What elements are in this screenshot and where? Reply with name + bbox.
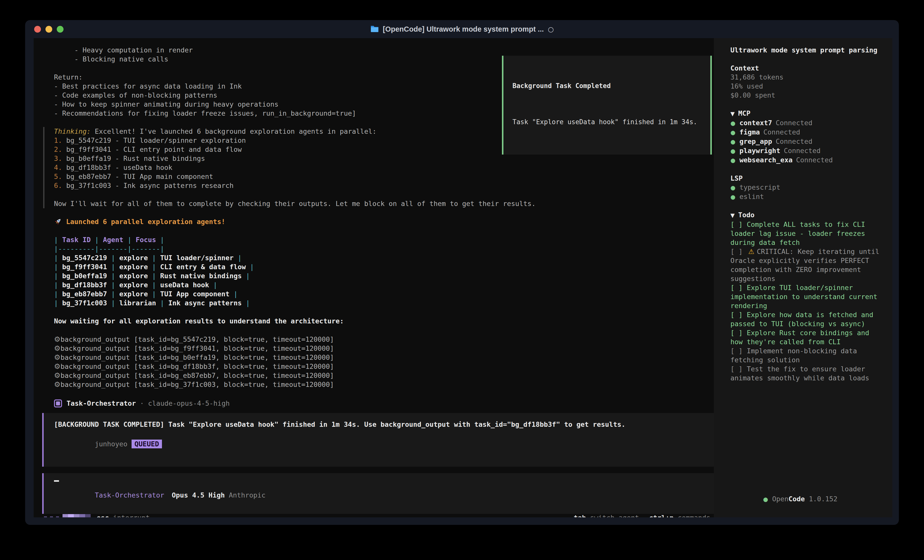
- terminal-line: [54, 226, 714, 235]
- esc-key-hint: esc: [97, 514, 109, 517]
- traffic-lights: [34, 20, 63, 38]
- gear-icon: ⚙: [54, 353, 60, 362]
- gear-icon: ⚙: [54, 380, 60, 389]
- app-version: [805, 495, 809, 503]
- background-task-toast[interactable]: Background Task Completed Task "Explore …: [502, 56, 712, 154]
- todo-checkbox: [ ]: [730, 220, 747, 228]
- terminal-line: | Task ID | Agent | Focus |: [54, 235, 714, 244]
- mcp-section-header[interactable]: ▼MCP: [730, 109, 882, 118]
- todo-item[interactable]: [ ] Complete ALL tasks to fix CLI loader…: [730, 220, 882, 247]
- terminal-line: 5. bg_eb87ebb7 - TUI App main component: [54, 172, 714, 181]
- todo-checkbox: [ ]: [730, 311, 747, 319]
- waiting-line-block: Now waiting for all exploration results …: [54, 317, 714, 335]
- todo-checkbox: [ ]: [730, 365, 747, 373]
- todo-text: Explore how data is fetched and passed t…: [730, 311, 873, 328]
- todo-item[interactable]: [ ] Explore TUI loader/spinner implement…: [730, 283, 882, 310]
- gear-icon: ⚙: [54, 335, 60, 343]
- lsp-item: ●eslint: [730, 192, 882, 201]
- terminal-line: [54, 308, 714, 317]
- lsp-heading: LSP: [730, 174, 882, 183]
- terminal-line: ⚙background_output [task_id=bg_df18bb3f,…: [54, 362, 714, 371]
- warning-icon: ⚠: [748, 248, 754, 255]
- tab-key-hint: tab: [574, 514, 586, 517]
- app-version-number: 1.0.152: [809, 495, 837, 503]
- todo-item[interactable]: [ ] Test the fix to ensure loader animat…: [730, 365, 882, 383]
- opencode-terminal-window: [OpenCode] Ultrawork mode system prompt …: [25, 20, 899, 525]
- green-dot-icon: ●: [730, 148, 735, 154]
- terminal-line: ⚙background_output [task_id=bg_eb87ebb7,…: [54, 371, 714, 380]
- terminal-line: ⚙background_output [task_id=bg_5547c219,…: [54, 335, 714, 344]
- mcp-item: ●grep_appConnected: [730, 137, 882, 146]
- close-button[interactable]: [34, 26, 41, 33]
- todo-text: Explore TUI loader/spinner implementatio…: [730, 284, 877, 310]
- terminal-line: 3. bg_b0effa19 - Rust native bindings: [54, 154, 714, 163]
- terminal-line: [54, 190, 714, 199]
- zoom-button[interactable]: [57, 26, 63, 33]
- green-dot-icon: ●: [730, 194, 735, 200]
- context-heading: Context: [730, 64, 882, 73]
- context-used: 16% used: [730, 82, 882, 91]
- todo-text: Complete ALL tasks to fix CLI loader lag…: [730, 220, 865, 246]
- green-dot-icon: ●: [730, 138, 735, 145]
- folder-icon: [370, 25, 379, 33]
- background-task-message: [BACKGROUND TASK COMPLETED] Task "Explor…: [42, 413, 714, 467]
- message-text: [BACKGROUND TASK COMPLETED] Task "Explor…: [54, 420, 714, 429]
- queued-badge: QUEUED: [132, 440, 162, 448]
- terminal-line: |---------|-------|-------|: [54, 244, 714, 253]
- todo-item[interactable]: [ ] Implement non-blocking data fetching…: [730, 346, 882, 365]
- todo-list: [ ] Complete ALL tasks to fix CLI loader…: [730, 220, 882, 383]
- agent-model: claude-opus-4-5-high: [148, 398, 230, 409]
- separator-dot: ·: [140, 398, 144, 409]
- session-title: Ultrawork mode system prompt parsing: [730, 46, 882, 55]
- terminal-line: | bg_5547c219 | explore | TUI loader/spi…: [54, 253, 714, 262]
- modified-indicator-icon: ○: [548, 25, 554, 33]
- input-model-label: Opus 4.5 High: [172, 491, 225, 499]
- agent-header: Task-Orchestrator·claude-opus-4-5-high: [54, 398, 714, 409]
- toast-body: Task "Explore useData hook" finished in …: [513, 117, 703, 126]
- todo-checkbox: [ ]: [730, 329, 747, 337]
- terminal-line: Now I'll wait for all of them to complet…: [54, 199, 714, 208]
- todo-item[interactable]: [ ] Explore Rust core bindings and how t…: [730, 328, 882, 346]
- green-dot-icon: ●: [730, 157, 735, 163]
- session-sidebar: Ultrawork mode system prompt parsing Con…: [714, 38, 892, 517]
- tab-action-label: switch agent: [590, 514, 639, 517]
- mcp-item: ●playwrightConnected: [730, 146, 882, 156]
- green-dot-icon: ●: [730, 184, 735, 191]
- brand-name-dim: Open: [772, 495, 788, 503]
- lsp-item: ●typescript: [730, 183, 882, 192]
- terminal-line: Launched 6 parallel exploration agents!: [54, 217, 714, 226]
- mcp-item: ●figmaConnected: [730, 128, 882, 137]
- terminal-line: [54, 208, 714, 217]
- terminal-line: [54, 326, 714, 335]
- chevron-down-icon: ▼: [730, 212, 735, 219]
- window-titlebar[interactable]: [OpenCode] Ultrawork mode system prompt …: [25, 20, 899, 38]
- status-bar: esc interrupt tab switch agent ctrl+p co…: [34, 514, 714, 517]
- terminal-line: ⚙background_output [task_id=bg_b0effa19,…: [54, 353, 714, 362]
- context-spent: $0.00 spent: [730, 91, 882, 100]
- agent-name: Task-Orchestrator: [66, 398, 136, 409]
- input-provider-label: Anthropic: [229, 491, 266, 499]
- todo-text: Explore Rust core bindings and how they'…: [730, 329, 869, 346]
- mcp-list: ●context7Connected●figmaConnected●grep_a…: [730, 118, 882, 165]
- todo-item[interactable]: [ ] ⚠CRITICAL: Keep iterating until Orac…: [730, 247, 882, 283]
- todo-heading: Todo: [738, 211, 754, 219]
- todo-section-header[interactable]: ▼Todo: [730, 211, 882, 220]
- lsp-list: ●typescript●eslint: [730, 183, 882, 201]
- ctrlp-key-hint: ctrl+p: [649, 514, 674, 517]
- terminal-line: | bg_eb87ebb7 | explore | TUI App compon…: [54, 289, 714, 299]
- status-dot-icon: ●: [763, 496, 768, 503]
- prompt-input[interactable]: Task-OrchestratorOpus 4.5 HighAnthropic: [42, 473, 714, 514]
- terminal-line: ⚙background_output [task_id=bg_f9ff3041,…: [54, 344, 714, 353]
- terminal-line: 4. bg_df18bb3f - useData hook: [54, 163, 714, 172]
- context-tokens: 31,686 tokens: [730, 73, 882, 82]
- terminal-line: [54, 389, 714, 398]
- mcp-item: ●websearch_exaConnected: [730, 156, 882, 165]
- minimize-button[interactable]: [45, 26, 52, 33]
- terminal-main-pane: - Heavy computation in render - Blocking…: [34, 38, 714, 517]
- terminal-line: | bg_37f1c003 | librarian | Ink async pa…: [54, 299, 714, 308]
- green-dot-icon: ●: [730, 129, 735, 136]
- message-author: junhoyeo: [95, 440, 128, 448]
- terminal-line: Now waiting for all exploration results …: [54, 317, 714, 326]
- todo-item[interactable]: [ ] Explore how data is fetched and pass…: [730, 310, 882, 328]
- todo-checkbox: [ ]: [730, 248, 747, 255]
